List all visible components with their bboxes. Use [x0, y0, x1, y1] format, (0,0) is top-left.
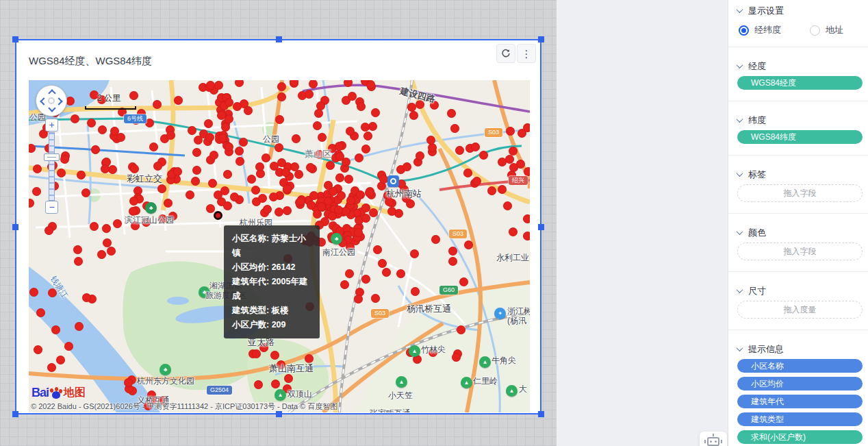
data-point[interactable]	[335, 152, 344, 161]
data-point[interactable]	[471, 143, 480, 151]
data-point[interactable]	[344, 175, 353, 184]
radio-option-地址[interactable]: 地址	[810, 24, 843, 36]
data-point[interactable]	[57, 169, 66, 177]
data-point[interactable]	[455, 146, 464, 155]
data-point[interactable]	[269, 193, 278, 201]
data-point[interactable]	[149, 143, 158, 151]
field-pill[interactable]: WGS84纬度	[737, 130, 863, 144]
data-point[interactable]	[206, 204, 215, 213]
data-point[interactable]	[382, 268, 391, 277]
data-point[interactable]	[314, 109, 323, 118]
data-point[interactable]	[361, 123, 370, 132]
data-point[interactable]	[361, 145, 370, 153]
data-point[interactable]	[479, 151, 488, 160]
baidu-map[interactable]: 公园建设四路公园萧山区彩虹立交杭州乐园杭州南站♣滨江冠山公园♣南江公园永利工业园…	[29, 80, 530, 412]
data-point[interactable]	[284, 374, 293, 383]
data-point[interactable]	[230, 193, 239, 201]
more-button[interactable]: ⋮	[517, 44, 536, 63]
chevron-down-icon[interactable]	[737, 286, 743, 293]
data-point[interactable]	[313, 121, 322, 130]
data-point[interactable]	[71, 114, 79, 123]
resize-handle-se[interactable]	[538, 411, 544, 417]
field-pill[interactable]: WGS84经度	[737, 76, 863, 90]
data-point[interactable]	[354, 228, 363, 237]
data-point[interactable]	[509, 147, 518, 156]
data-point[interactable]	[324, 197, 333, 206]
resize-handle-sw[interactable]	[12, 411, 18, 417]
data-point[interactable]	[472, 177, 481, 186]
data-point[interactable]	[365, 188, 374, 197]
data-point[interactable]	[346, 127, 355, 136]
field-pill[interactable]: 建筑类型	[737, 412, 863, 426]
data-point[interactable]	[29, 288, 38, 297]
data-point[interactable]	[97, 250, 106, 259]
data-point[interactable]	[47, 363, 56, 372]
chevron-down-icon[interactable]	[737, 6, 743, 13]
resize-handle-e[interactable]	[538, 224, 544, 230]
data-point[interactable]	[277, 82, 286, 91]
data-point[interactable]	[98, 125, 107, 134]
section-header[interactable]: 纬度	[737, 115, 862, 125]
data-point[interactable]	[407, 103, 416, 112]
data-point[interactable]	[254, 380, 263, 389]
data-point[interactable]	[208, 179, 217, 188]
data-point[interactable]	[221, 123, 230, 132]
field-drop-placeholder[interactable]: 拖入字段	[737, 243, 863, 260]
data-point[interactable]	[239, 138, 248, 147]
refresh-button[interactable]	[496, 44, 515, 63]
zoom-in-button[interactable]: +	[45, 119, 58, 132]
data-point[interactable]	[192, 148, 201, 157]
data-point[interactable]	[354, 295, 363, 303]
data-point[interactable]	[91, 145, 100, 154]
resize-handle-w[interactable]	[12, 224, 18, 230]
pan-right-icon[interactable]	[55, 97, 62, 105]
zoom-slider-handle[interactable]	[44, 153, 60, 161]
data-point[interactable]	[233, 102, 242, 111]
map-widget-card[interactable]: WGS84经度、WGS84纬度 ⋮	[15, 39, 541, 414]
resize-handle-s[interactable]	[276, 411, 282, 417]
data-point[interactable]	[378, 259, 387, 268]
data-point[interactable]	[448, 257, 457, 266]
data-point[interactable]	[357, 102, 366, 111]
data-point[interactable]	[235, 147, 244, 156]
data-point[interactable]	[509, 227, 518, 236]
assistant-robot-button[interactable]	[700, 432, 727, 446]
data-point[interactable]	[44, 226, 53, 235]
chevron-down-icon[interactable]	[737, 228, 743, 235]
field-pill[interactable]: 建筑年代	[737, 395, 863, 408]
data-point[interactable]	[498, 185, 507, 194]
data-point[interactable]	[129, 197, 138, 206]
data-point[interactable]	[361, 275, 370, 284]
data-point[interactable]	[209, 151, 218, 160]
data-point[interactable]	[277, 92, 286, 101]
field-pill[interactable]: 小区均价	[737, 377, 863, 391]
data-point[interactable]	[255, 162, 264, 171]
data-point[interactable]	[307, 201, 316, 210]
data-point[interactable]	[235, 157, 244, 166]
data-point[interactable]	[363, 132, 372, 140]
data-point[interactable]	[524, 167, 530, 176]
data-point[interactable]	[329, 187, 337, 196]
data-point[interactable]	[334, 206, 343, 214]
field-pill[interactable]: 求和(小区户数)	[737, 430, 863, 444]
data-point[interactable]	[387, 207, 396, 216]
section-header[interactable]: 显示设置	[737, 5, 862, 16]
field-drop-placeholder[interactable]: 拖入字段	[737, 184, 863, 202]
pan-left-icon[interactable]	[40, 97, 47, 105]
zoom-out-button[interactable]: −	[45, 201, 58, 214]
data-point[interactable]	[251, 186, 260, 195]
pan-down-icon[interactable]	[48, 104, 55, 112]
data-point[interactable]	[294, 170, 303, 179]
data-point[interactable]	[166, 131, 175, 140]
radio-selected-icon[interactable]	[739, 25, 749, 36]
data-point[interactable]	[366, 80, 375, 89]
data-point[interactable]	[355, 153, 363, 162]
data-point[interactable]	[75, 322, 84, 331]
data-point[interactable]	[283, 206, 292, 215]
data-point[interactable]	[281, 168, 290, 177]
data-point[interactable]	[275, 115, 284, 124]
data-point[interactable]	[153, 100, 162, 109]
data-point[interactable]	[73, 245, 82, 254]
data-point[interactable]	[34, 345, 42, 354]
chevron-down-icon[interactable]	[737, 62, 743, 69]
